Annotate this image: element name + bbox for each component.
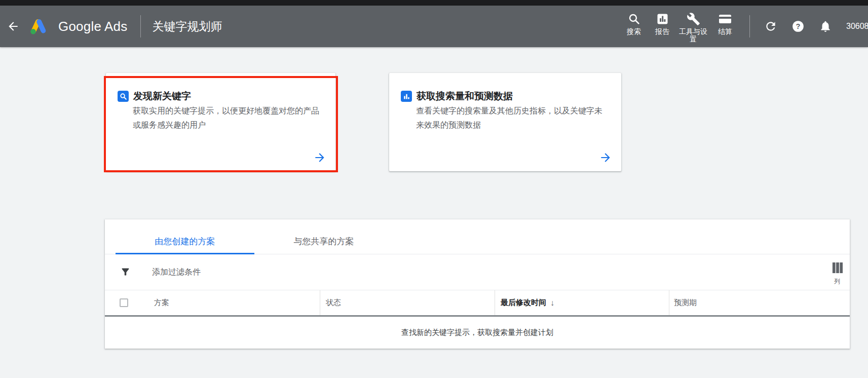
- nav-search-button[interactable]: 搜索: [620, 6, 648, 35]
- column-header-last-modified[interactable]: 最后修改时间: [495, 290, 669, 315]
- card-title: 发现新关键字: [133, 90, 191, 103]
- nav-search-label: 搜索: [619, 28, 649, 35]
- columns-button[interactable]: 列: [831, 262, 844, 286]
- table-empty-state: 查找新的关键字提示，获取搜索量并创建计划: [105, 317, 850, 349]
- window-top-strip: [0, 0, 868, 6]
- screen: Google Ads 关键字规划师 搜索: [0, 0, 868, 378]
- bar-chart-badge-icon: [401, 91, 412, 102]
- sort-descending-icon: [550, 298, 554, 308]
- plans-panel: 由您创建的方案 与您共享的方案 添加过滤条件 列 方案: [105, 219, 850, 349]
- card-description: 查看关键字的搜索量及其他历史指标，以及关键字未 来效果的预测数据: [416, 104, 602, 132]
- reports-icon: [656, 12, 669, 25]
- refresh-button[interactable]: [757, 16, 784, 36]
- account-number[interactable]: 30608: [846, 22, 868, 31]
- product-name[interactable]: Google Ads: [58, 19, 127, 34]
- card-title: 获取搜索量和预测数据: [417, 90, 513, 103]
- notifications-button[interactable]: [812, 16, 839, 36]
- add-filter-input[interactable]: 添加过滤条件: [152, 267, 201, 278]
- filter-funnel-icon: [120, 267, 131, 277]
- top-app-bar: Google Ads 关键字规划师 搜索: [0, 6, 868, 47]
- columns-button-label: 列: [831, 277, 844, 286]
- page-title: 关键字规划师: [152, 19, 222, 34]
- nav-reports-button[interactable]: 报告: [648, 6, 676, 35]
- search-volume-forecast-card[interactable]: 获取搜索量和预测数据 查看关键字的搜索量及其他历史指标，以及关键字未 来效果的预…: [389, 73, 621, 171]
- back-arrow-icon[interactable]: [7, 20, 20, 33]
- app-bar-divider: [140, 15, 141, 37]
- help-icon: ?: [791, 20, 805, 33]
- nav-billing-label: 结算: [710, 28, 740, 35]
- select-all-checkbox[interactable]: [120, 298, 128, 307]
- table-header-row: 方案 状态 最后修改时间 预测期: [105, 290, 850, 317]
- credit-card-icon: [719, 12, 732, 25]
- search-icon: [628, 12, 640, 25]
- forward-arrow-icon[interactable]: [599, 151, 612, 164]
- card-head: 获取搜索量和预测数据: [401, 90, 513, 103]
- tab-plans-shared-with-you[interactable]: 与您共享的方案: [254, 236, 393, 254]
- nav-billing-button[interactable]: 结算: [710, 6, 740, 35]
- refresh-icon: [764, 20, 777, 33]
- wrench-icon: [687, 12, 700, 25]
- column-header-status[interactable]: 状态: [320, 290, 495, 315]
- app-bar-left: Google Ads 关键字规划师: [7, 6, 222, 47]
- discover-keywords-card[interactable]: 发现新关键字 获取实用的关键字提示，以便更好地覆盖对您的产品 或服务感兴趣的用户: [106, 73, 335, 171]
- search-badge-icon: [118, 91, 129, 102]
- app-bar-right: 搜索 报告 工具与: [620, 6, 868, 47]
- empty-state-message: 查找新的关键字提示，获取搜索量并创建计划: [401, 328, 553, 337]
- google-ads-logo-icon[interactable]: [29, 18, 48, 35]
- tabs-row: 由您创建的方案 与您共享的方案: [105, 219, 850, 254]
- card-description: 获取实用的关键字提示，以便更好地覆盖对您的产品 或服务感兴趣的用户: [133, 104, 319, 132]
- help-button[interactable]: ?: [784, 16, 812, 36]
- column-header-plan[interactable]: 方案: [105, 290, 320, 315]
- nav-reports-label: 报告: [648, 28, 677, 35]
- svg-text:?: ?: [796, 22, 801, 30]
- nav-tools-settings-button[interactable]: 工具与设置: [676, 6, 710, 43]
- tab-plans-created-by-you[interactable]: 由您创建的方案: [116, 236, 254, 254]
- columns-icon: [832, 262, 843, 274]
- bell-icon: [819, 20, 832, 33]
- forward-arrow-icon[interactable]: [313, 151, 326, 164]
- filter-bar: 添加过滤条件 列: [105, 254, 850, 290]
- card-head: 发现新关键字: [118, 90, 191, 103]
- app-bar-right-divider: [749, 15, 750, 37]
- nav-tools-settings-label: 工具与设置: [678, 28, 708, 43]
- column-header-forecast-period[interactable]: 预测期: [669, 290, 850, 315]
